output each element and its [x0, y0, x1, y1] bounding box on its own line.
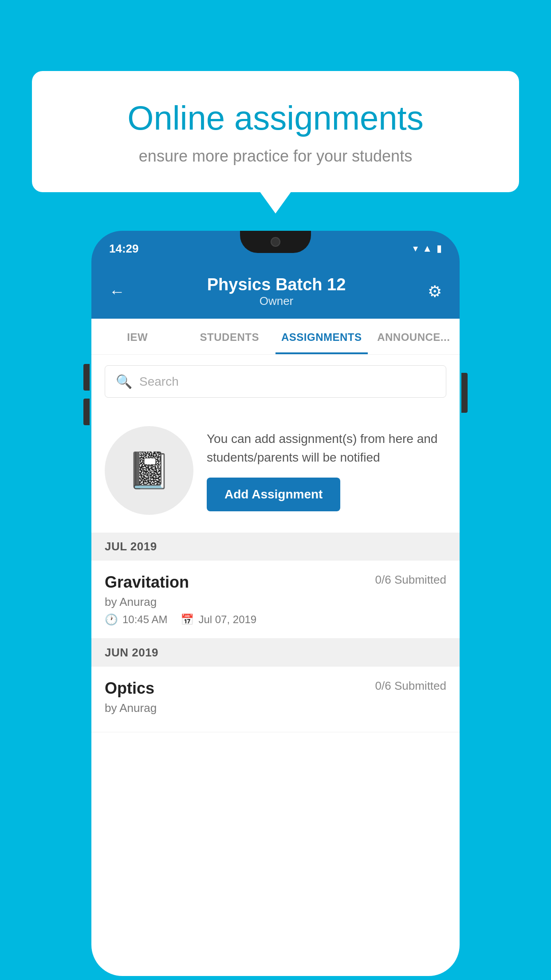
- header-center: Physics Batch 12 Owner: [207, 275, 346, 308]
- section-header-jul2019: JUL 2019: [91, 533, 460, 561]
- assignment-date: Jul 07, 2019: [198, 613, 256, 626]
- assignment-submitted-optics: 0/6 Submitted: [375, 679, 446, 693]
- search-input[interactable]: Search: [139, 375, 435, 389]
- signal-icon: ▲: [422, 243, 432, 254]
- wifi-icon: ▾: [413, 243, 418, 254]
- promo-icon-circle: 📓: [105, 426, 193, 515]
- volume-down-button: [83, 399, 90, 425]
- phone-notch: [240, 231, 311, 253]
- calendar-icon: 📅: [181, 613, 194, 626]
- tabs-bar: IEW STUDENTS ASSIGNMENTS ANNOUNCE...: [91, 319, 460, 355]
- search-bar[interactable]: 🔍 Search: [105, 365, 446, 398]
- assignment-name: Gravitation: [105, 573, 189, 592]
- phone-frame-outer: 14:29 ▾ ▲ ▮ ← Physics Batch 12 Owner ⚙: [91, 231, 460, 976]
- tab-announcements[interactable]: ANNOUNCE...: [368, 319, 460, 354]
- promo-description: You can add assignment(s) from here and …: [207, 430, 446, 467]
- settings-button[interactable]: ⚙: [428, 282, 442, 301]
- screen-content: 🔍 Search 📓 You can add assignment(s) fro…: [91, 355, 460, 976]
- header-subtitle: Owner: [207, 294, 346, 308]
- back-button[interactable]: ←: [109, 282, 125, 301]
- assignment-item-optics[interactable]: Optics 0/6 Submitted by Anurag: [91, 667, 460, 732]
- assignment-submitted: 0/6 Submitted: [375, 573, 446, 587]
- bubble-title: Online assignments: [67, 98, 484, 138]
- promo-section: 📓 You can add assignment(s) from here an…: [91, 408, 460, 533]
- front-camera: [271, 237, 280, 247]
- power-button: [461, 373, 468, 413]
- phone-wrapper: 14:29 ▾ ▲ ▮ ← Physics Batch 12 Owner ⚙: [91, 231, 460, 976]
- assignment-meta: 🕐 10:45 AM 📅 Jul 07, 2019: [105, 613, 446, 626]
- add-assignment-button[interactable]: Add Assignment: [207, 478, 340, 511]
- status-time: 14:29: [109, 242, 139, 256]
- assignment-name-optics: Optics: [105, 679, 154, 698]
- tab-students[interactable]: STUDENTS: [184, 319, 276, 354]
- tab-iew[interactable]: IEW: [91, 319, 184, 354]
- phone-screen: 14:29 ▾ ▲ ▮ ← Physics Batch 12 Owner ⚙: [91, 231, 460, 976]
- promo-content: You can add assignment(s) from here and …: [207, 430, 446, 511]
- app-header: ← Physics Batch 12 Owner ⚙: [91, 266, 460, 319]
- clock-icon: 🕐: [105, 613, 118, 626]
- battery-icon: ▮: [437, 243, 442, 254]
- header-title: Physics Batch 12: [207, 275, 346, 294]
- assignment-row-top-2: Optics 0/6 Submitted: [105, 679, 446, 698]
- volume-up-button: [83, 364, 90, 391]
- meta-time: 🕐 10:45 AM: [105, 613, 167, 626]
- assignment-item-gravitation[interactable]: Gravitation 0/6 Submitted by Anurag 🕐 10…: [91, 561, 460, 639]
- assignment-by: by Anurag: [105, 595, 446, 609]
- search-icon: 🔍: [116, 374, 132, 389]
- status-bar: 14:29 ▾ ▲ ▮: [91, 231, 460, 266]
- speech-bubble: Online assignments ensure more practice …: [32, 71, 519, 192]
- section-header-jun2019: JUN 2019: [91, 639, 460, 667]
- speech-bubble-container: Online assignments ensure more practice …: [32, 71, 519, 192]
- meta-date: 📅 Jul 07, 2019: [181, 613, 256, 626]
- volume-buttons: [83, 364, 90, 425]
- assignment-row-top: Gravitation 0/6 Submitted: [105, 573, 446, 592]
- assignment-time: 10:45 AM: [122, 613, 167, 626]
- assignment-by-optics: by Anurag: [105, 701, 446, 715]
- status-icons: ▾ ▲ ▮: [413, 243, 442, 254]
- notebook-icon: 📓: [127, 450, 171, 491]
- tab-assignments[interactable]: ASSIGNMENTS: [276, 319, 368, 354]
- bubble-subtitle: ensure more practice for your students: [67, 147, 484, 166]
- search-container: 🔍 Search: [91, 355, 460, 408]
